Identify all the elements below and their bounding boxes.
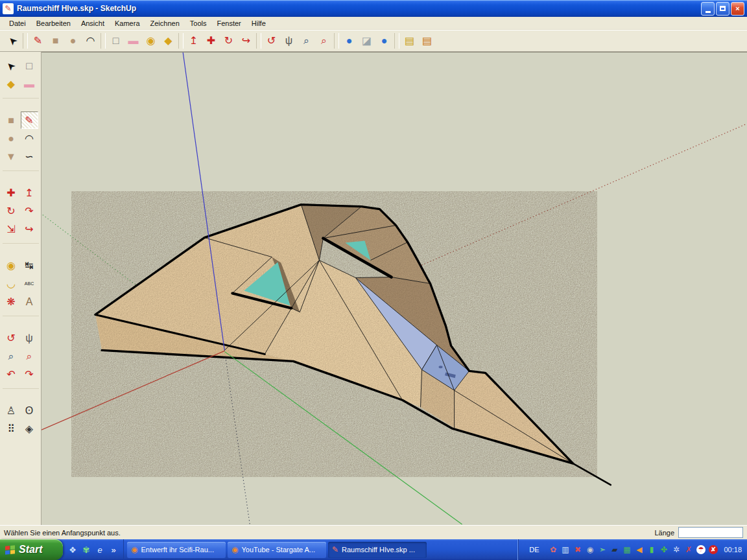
zoom-tool-button[interactable]: ⌕ bbox=[3, 347, 20, 365]
paint-bucket-tool-button[interactable]: ◆ bbox=[160, 32, 177, 50]
eraser-tool-button[interactable]: ▬ bbox=[21, 75, 38, 93]
share-model-button-button[interactable]: ▤ bbox=[418, 32, 436, 50]
section-plane-tool-button[interactable]: ◈ bbox=[21, 420, 38, 438]
tray-avira-umbrella-icon: ☂ bbox=[696, 545, 706, 554]
freehand-tool-button[interactable]: ∽ bbox=[21, 148, 38, 165]
place-model-button-button[interactable]: ● bbox=[375, 32, 393, 50]
get-current-view-button-button[interactable]: ● bbox=[340, 32, 358, 50]
length-input[interactable] bbox=[678, 527, 743, 538]
zoom-tool-button[interactable]: ⌕ bbox=[298, 32, 315, 50]
red-axis bbox=[42, 351, 224, 430]
blue-axis-dotted bbox=[224, 351, 250, 524]
scale-tool-button[interactable]: ⇲ bbox=[3, 220, 20, 238]
language-indicator[interactable]: DE bbox=[525, 544, 543, 555]
rotate-tool-button[interactable]: ↻ bbox=[3, 202, 20, 220]
menu-zeichnen[interactable]: Zeichnen bbox=[145, 18, 185, 29]
quicklaunch-internet-explorer-button[interactable]: e bbox=[94, 544, 106, 555]
tray-display-settings-button[interactable]: ▰ bbox=[609, 544, 620, 555]
quicklaunch-overflow-chevron-button[interactable]: » bbox=[108, 544, 119, 555]
tray-volume-knob-button[interactable]: ◉ bbox=[584, 544, 595, 555]
line-tool-button[interactable]: ✎ bbox=[29, 32, 47, 50]
menu-datei[interactable]: Datei bbox=[4, 18, 31, 29]
tray-clover-button[interactable]: ✤ bbox=[658, 544, 669, 555]
zoom-extents-tool-button[interactable]: ⌕ bbox=[21, 347, 38, 365]
make-component-tool-button[interactable]: □ bbox=[107, 32, 124, 50]
tray-avira-umbrella-button[interactable]: ☂ bbox=[695, 544, 706, 555]
menu-ansicht[interactable]: Ansicht bbox=[76, 18, 110, 29]
menu-hilfe[interactable]: Hilfe bbox=[246, 18, 271, 29]
menu-kamera[interactable]: Kamera bbox=[110, 18, 145, 29]
axes-tool-button[interactable]: ❋ bbox=[3, 293, 20, 310]
rotate-tool-button[interactable]: ↻ bbox=[220, 32, 237, 50]
circle-tool-button[interactable]: ● bbox=[64, 32, 82, 50]
rectangle-tool-button[interactable]: ■ bbox=[3, 111, 20, 129]
eraser-tool-button[interactable]: ▬ bbox=[124, 32, 142, 50]
pan-tool-button[interactable]: ψ bbox=[280, 32, 298, 50]
restore-button[interactable] bbox=[716, 2, 729, 16]
3d-text-tool-button[interactable]: A bbox=[21, 293, 38, 310]
position-camera-tool-button[interactable]: ♙ bbox=[3, 402, 20, 419]
walk-tool-button[interactable]: ⠿ bbox=[3, 420, 20, 438]
viewport-canvas[interactable] bbox=[42, 52, 747, 525]
minimize-button[interactable] bbox=[701, 2, 715, 16]
push-pull-tool-button[interactable]: ↥ bbox=[21, 184, 38, 202]
make-component-tool-button[interactable]: □ bbox=[21, 57, 38, 75]
zoom-next-tool-button[interactable]: ↷ bbox=[21, 366, 38, 383]
toggle-terrain-button-button[interactable]: ◪ bbox=[358, 32, 375, 50]
task-firefox-youtube-label: YouTube - Stargate A... bbox=[241, 546, 315, 554]
orbit-tool-button[interactable]: ↺ bbox=[263, 32, 280, 50]
look-around-tool-button[interactable]: ʘ bbox=[21, 402, 38, 419]
push-pull-tool-button[interactable]: ↥ bbox=[185, 32, 202, 50]
circle-tool-button[interactable]: ● bbox=[3, 130, 20, 147]
pan-tool-button[interactable]: ψ bbox=[21, 329, 38, 347]
tray-speaker-button[interactable]: ◀ bbox=[634, 544, 645, 555]
tray-snowflake-button[interactable]: ✲ bbox=[670, 544, 682, 555]
paint-bucket-tool-button[interactable]: ◆ bbox=[3, 75, 20, 93]
polygon-tool-button[interactable]: ▼ bbox=[3, 148, 20, 165]
tape-measure-tool-button[interactable]: ◉ bbox=[142, 32, 160, 50]
arc-tool-icon: ◠ bbox=[25, 134, 34, 144]
tray-error-badge-button[interactable]: ✗ bbox=[683, 544, 694, 555]
tray-update-arrow-button[interactable]: ➣ bbox=[597, 544, 608, 555]
arc-tool-button[interactable]: ◠ bbox=[82, 32, 99, 50]
menu-bearbeiten[interactable]: Bearbeiten bbox=[31, 18, 76, 29]
task-firefox-scifi-button[interactable]: ◉Entwerft ihr Scifi-Rau... bbox=[127, 542, 226, 558]
3d-text-tool-icon: A bbox=[26, 297, 33, 307]
select-tool-button[interactable]: ➤ bbox=[3, 57, 20, 75]
tray-colorful-monitor-button[interactable]: ▦ bbox=[621, 544, 632, 555]
arc-tool-button[interactable]: ◠ bbox=[21, 130, 38, 147]
zoom-extents-tool-icon: ⌕ bbox=[27, 351, 32, 362]
tray-wireless-monitor-button[interactable]: ▥ bbox=[560, 544, 571, 555]
paint-bucket-tool-icon: ◆ bbox=[164, 36, 172, 46]
menu-fenster[interactable]: Fenster bbox=[211, 18, 246, 29]
orbit-tool-button[interactable]: ↺ bbox=[3, 329, 20, 347]
tray-pinwheel-button[interactable]: ✿ bbox=[547, 544, 558, 555]
task-firefox-youtube-button[interactable]: ◉YouTube - Stargate A... bbox=[228, 542, 326, 558]
text-tool-button[interactable]: ABC bbox=[21, 275, 38, 292]
follow-me-tool-button[interactable]: ↷ bbox=[21, 202, 38, 220]
quicklaunch-app-button[interactable]: ❖ bbox=[67, 544, 78, 555]
select-tool-button[interactable]: ➤ bbox=[4, 32, 21, 50]
tray-traffic-meter-button[interactable]: ▮ bbox=[646, 544, 657, 555]
move-tool-button[interactable]: ✚ bbox=[202, 32, 220, 50]
protractor-tool-button[interactable]: ◡ bbox=[3, 275, 20, 292]
offset-tool-button[interactable]: ↪ bbox=[237, 32, 255, 50]
get-models-button-button[interactable]: ▤ bbox=[401, 32, 418, 50]
dimension-tool-button[interactable]: ↹ bbox=[21, 257, 38, 274]
rectangle-tool-button[interactable]: ■ bbox=[47, 32, 64, 50]
zoom-extents-tool-button[interactable]: ⌕ bbox=[315, 32, 333, 50]
zoom-previous-tool-button[interactable]: ↶ bbox=[3, 366, 20, 383]
tape-measure-tool-button[interactable]: ◉ bbox=[3, 257, 20, 274]
menu-tools[interactable]: Tools bbox=[185, 18, 212, 29]
quicklaunch-green-pinwheel-button[interactable]: ✾ bbox=[80, 544, 92, 555]
move-tool-icon: ✚ bbox=[207, 36, 215, 46]
tray-network-disconnected-button[interactable]: ✖ bbox=[572, 544, 583, 555]
line-tool-button[interactable]: ✎ bbox=[21, 111, 38, 129]
start-button[interactable]: Start bbox=[0, 539, 63, 560]
task-sketchup-button[interactable]: ✎Raumschiff HIve.skp ... bbox=[328, 542, 427, 558]
left-toolbar: ➤□◆▬■✎●◠▼∽✚↥↻↷⇲↪◉↹◡ABC❋A↺ψ⌕⌕↶↷♙ʘ⠿◈ bbox=[0, 52, 42, 525]
move-tool-button[interactable]: ✚ bbox=[3, 184, 20, 202]
tray-security-alert-button[interactable]: ✘ bbox=[707, 544, 718, 555]
close-button[interactable]: × bbox=[731, 2, 744, 16]
offset-tool-button[interactable]: ↪ bbox=[21, 220, 38, 238]
